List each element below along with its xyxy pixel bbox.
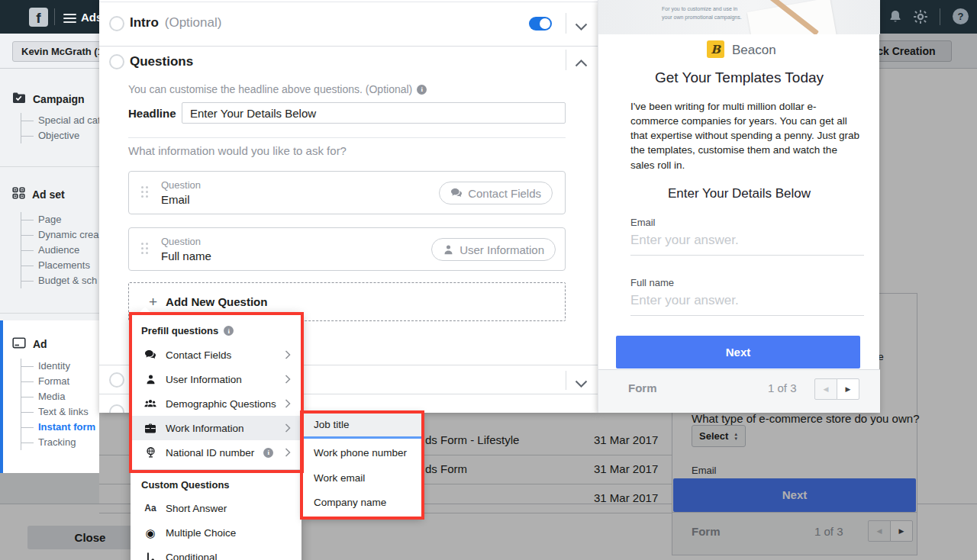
badge-label: User Information xyxy=(459,243,544,256)
preview-form-heading: Enter Your Details Below xyxy=(598,186,880,201)
intro-section-radio xyxy=(109,16,124,31)
person-icon xyxy=(443,244,454,256)
creation-sidebar: Campaign Special ad cat Objective Ad set… xyxy=(0,69,99,504)
menu-item-work-information[interactable]: Work Information xyxy=(131,416,301,440)
field-underline xyxy=(630,255,864,256)
facebook-logo-letter: f xyxy=(36,9,40,27)
add-question-dropdown: Prefill questions i Contact Fields User … xyxy=(131,314,301,560)
intro-title: Intro xyxy=(130,15,159,31)
preview-paragraph: I've been writing for multi million doll… xyxy=(630,99,863,172)
preview-field-placeholder[interactable]: Enter your answer. xyxy=(630,233,739,248)
prefill-questions-header: Prefill questions i xyxy=(141,325,234,336)
user-information-badge: User Information xyxy=(431,238,556,261)
submenu-item-work-email[interactable]: Work email xyxy=(303,472,365,484)
menu-item-conditional[interactable]: Conditional xyxy=(131,545,301,560)
sidebar-section-adset[interactable]: Ad set xyxy=(12,187,65,201)
topbar-divider xyxy=(54,8,55,25)
question-card-full-name[interactable]: Question Full name User Information xyxy=(128,227,566,271)
work-information-submenu: Job title Work phone number Work email C… xyxy=(303,413,422,518)
sidebar-divider xyxy=(0,166,99,167)
section-divider xyxy=(99,46,598,47)
intro-optional-label: (Optional) xyxy=(165,15,222,31)
sidebar-item-text-links[interactable]: Text & links xyxy=(21,404,95,420)
question-card-email[interactable]: Question Email Contact Fields xyxy=(128,171,566,214)
sidebar-section-campaign[interactable]: Campaign xyxy=(12,92,85,106)
globe-icon xyxy=(144,446,156,459)
topbar-divider xyxy=(940,8,940,25)
sidebar-item-placements[interactable]: Placements xyxy=(21,258,98,273)
help-icon[interactable]: ? xyxy=(953,8,969,24)
sidebar-adset-label: Ad set xyxy=(32,188,65,201)
sidebar-item-objective[interactable]: Objective xyxy=(21,128,99,143)
short-answer-icon: Aa xyxy=(144,503,156,513)
menu-item-label: Conditional xyxy=(166,552,218,560)
submenu-selected-underline xyxy=(303,436,422,439)
submenu-item-job-title[interactable]: Job title xyxy=(303,413,422,436)
form-preview-panel: For you to customize and use in your own… xyxy=(598,0,879,413)
menu-item-multiple-choice[interactable]: ◉ Multiple Choice xyxy=(131,520,301,545)
pagination-text: 1 of 3 xyxy=(768,381,797,394)
menu-item-user-information[interactable]: User Information xyxy=(131,367,301,391)
sidebar-item-identity[interactable]: Identity xyxy=(21,359,95,374)
sidebar-item-dynamic-creative[interactable]: Dynamic crea xyxy=(21,227,98,243)
adset-grid-icon xyxy=(12,187,25,201)
section-divider xyxy=(99,2,598,2)
speech-bubble-icon xyxy=(450,187,463,199)
hamburger-menu-icon[interactable] xyxy=(63,11,76,25)
sidebar-item-format[interactable]: Format xyxy=(21,374,95,389)
screen: f Ads Ma ? Kevin McGrath (1 o Quick Crea… xyxy=(0,0,977,560)
section-radio xyxy=(109,372,124,388)
submenu-item-company-name[interactable]: Company name xyxy=(303,497,386,508)
menu-item-label: Contact Fields xyxy=(166,349,231,361)
intro-chevron-down-icon[interactable] xyxy=(575,20,588,34)
preview-field-label: Email xyxy=(630,217,656,228)
sidebar-section-ad[interactable]: Ad xyxy=(12,337,47,351)
drag-handle-icon[interactable] xyxy=(141,243,148,254)
row-divider xyxy=(566,50,566,70)
sidebar-item-media[interactable]: Media xyxy=(21,389,95,404)
account-selector-button[interactable]: Kevin McGrath (1 xyxy=(12,41,112,62)
chevron-right-icon xyxy=(285,350,291,359)
submenu-item-work-phone-number[interactable]: Work phone number xyxy=(303,447,407,459)
menu-item-short-answer[interactable]: Aa Short Answer xyxy=(131,496,301,520)
sidebar-item-tracking[interactable]: Tracking xyxy=(21,435,95,450)
headline-input[interactable] xyxy=(182,102,566,124)
contact-fields-badge: Contact Fields xyxy=(439,182,553,204)
notifications-bell-icon[interactable] xyxy=(888,9,903,27)
menu-item-demographic-questions[interactable]: Demographic Questions xyxy=(131,391,301,416)
info-icon[interactable]: i xyxy=(417,85,427,95)
drag-handle-icon[interactable] xyxy=(141,186,148,198)
facebook-logo[interactable]: f xyxy=(29,8,48,27)
sidebar-item-page[interactable]: Page xyxy=(21,212,98,227)
menu-item-national-id-number[interactable]: National ID number i xyxy=(131,440,301,465)
custom-header-label: Custom Questions xyxy=(141,479,230,491)
sidebar-item-instant-form[interactable]: Instant form xyxy=(21,420,95,435)
chevron-right-icon xyxy=(285,375,291,384)
modal-dim-overlay-left xyxy=(0,473,99,560)
sidebar-item-audience[interactable]: Audience xyxy=(21,243,98,258)
menu-item-contact-fields[interactable]: Contact Fields xyxy=(131,343,301,367)
helper-text: You can customise the headline above que… xyxy=(128,83,412,95)
questions-chevron-up-icon[interactable] xyxy=(575,56,588,70)
pagination-prev-button[interactable]: ◀ xyxy=(814,378,837,400)
sidebar-item-special-ad-cat[interactable]: Special ad cat xyxy=(21,113,99,128)
prev-arrow-icon: ◀ xyxy=(824,385,829,393)
section-radio-partial xyxy=(109,404,124,413)
questions-title: Questions xyxy=(130,54,193,69)
beacon-logo-letter: B xyxy=(711,43,721,56)
intro-toggle[interactable] xyxy=(529,17,552,31)
pagination-next-button[interactable]: ▶ xyxy=(837,378,859,400)
section-chevron-down-icon[interactable] xyxy=(575,377,588,391)
multiple-choice-icon: ◉ xyxy=(144,527,156,539)
info-icon[interactable]: i xyxy=(224,326,234,336)
question-value: Full name xyxy=(161,249,211,262)
add-new-question-label: Add New Question xyxy=(166,295,267,308)
sidebar-item-budget-schedule[interactable]: Budget & sch xyxy=(21,273,98,288)
menu-item-label: National ID number xyxy=(166,447,254,459)
preview-field-placeholder[interactable]: Enter your answer. xyxy=(630,293,739,308)
settings-gear-icon[interactable] xyxy=(913,9,928,27)
form-footer-label: Form xyxy=(628,381,657,394)
preview-heading: Get Your Templates Today xyxy=(598,69,880,86)
plus-icon: + xyxy=(149,294,157,311)
preview-next-button[interactable]: Next xyxy=(616,336,860,369)
